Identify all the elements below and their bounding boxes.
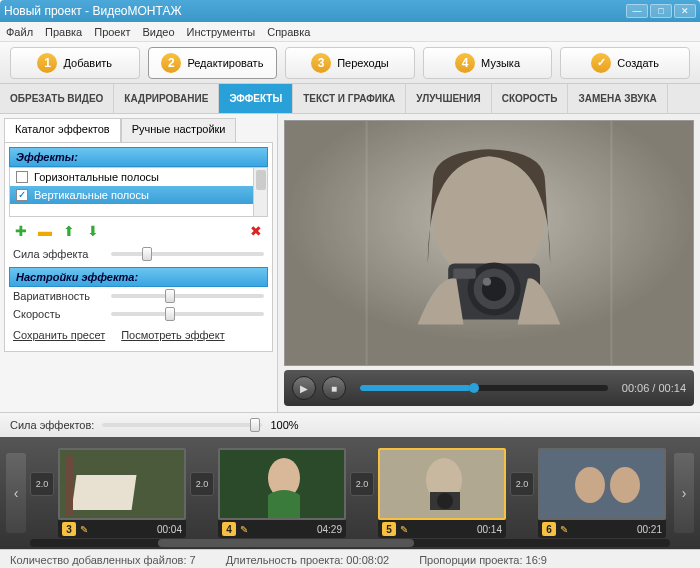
transition-badge[interactable]: 2.0	[510, 472, 534, 496]
tab-audio[interactable]: ЗАМЕНА ЗВУКА	[568, 84, 667, 113]
speed-label: Скорость	[13, 308, 103, 320]
window-title: Новый проект - ВидеоМОНТАЖ	[4, 4, 626, 18]
time-display: 00:06 / 00:14	[622, 382, 686, 394]
global-strength-slider[interactable]	[102, 423, 262, 427]
timeline: ‹ 2.0 3✎00:04 2.0 4✎04:29 2.0 ★ 5✎00:14 …	[0, 437, 700, 549]
scrollbar[interactable]	[253, 168, 267, 216]
menu-video[interactable]: Видео	[142, 26, 174, 38]
tab-speed[interactable]: СКОРОСТЬ	[492, 84, 569, 113]
pencil-icon[interactable]: ✎	[240, 524, 248, 535]
pencil-icon[interactable]: ✎	[560, 524, 568, 535]
effects-panel: Каталог эффектов Ручные настройки Эффект…	[0, 114, 278, 412]
svg-point-22	[610, 467, 640, 503]
clip-3[interactable]: 3✎00:04	[58, 448, 186, 538]
pencil-icon[interactable]: ✎	[80, 524, 88, 535]
save-preset-link[interactable]: Сохранить пресет	[13, 329, 105, 341]
checkbox-icon[interactable]	[16, 189, 28, 201]
clip-6[interactable]: 6✎00:21	[538, 448, 666, 538]
status-files: Количество добавленных файлов: 7	[10, 554, 196, 566]
clip-4[interactable]: 4✎04:29	[218, 448, 346, 538]
transition-badge[interactable]: 2.0	[30, 472, 54, 496]
remove-icon[interactable]: ▬	[37, 223, 53, 239]
step-add[interactable]: 1Добавить	[10, 47, 140, 79]
step-transitions[interactable]: 3Переходы	[285, 47, 415, 79]
minimize-button[interactable]: —	[626, 4, 648, 18]
status-duration: Длительность проекта: 00:08:02	[226, 554, 390, 566]
statusbar: Количество добавленных файлов: 7 Длитель…	[0, 549, 700, 568]
svg-rect-12	[72, 475, 137, 510]
progress-bar[interactable]	[360, 385, 608, 391]
status-aspect: Пропорции проекта: 16:9	[419, 554, 547, 566]
effects-list: Горизонтальные полосы Вертикальные полос…	[9, 167, 268, 217]
transition-badge[interactable]: 2.0	[350, 472, 374, 496]
move-down-icon[interactable]: ⬇	[85, 223, 101, 239]
step-create[interactable]: ✓Создать	[560, 47, 690, 79]
checkbox-icon[interactable]	[16, 171, 28, 183]
pencil-icon[interactable]: ✎	[400, 524, 408, 535]
variability-slider[interactable]	[111, 294, 264, 298]
steps-bar: 1Добавить 2Редактировать 3Переходы 4Музы…	[0, 42, 700, 84]
subtab-catalog[interactable]: Каталог эффектов	[4, 118, 121, 142]
step-edit[interactable]: 2Редактировать	[148, 47, 278, 79]
step-music[interactable]: 4Музыка	[423, 47, 553, 79]
svg-point-19	[437, 493, 453, 509]
delete-icon[interactable]: ✖	[248, 223, 264, 239]
effect-item-vertical[interactable]: Вертикальные полосы	[10, 186, 267, 204]
tab-trim[interactable]: ОБРЕЗАТЬ ВИДЕО	[0, 84, 114, 113]
global-strength-label: Сила эффектов:	[10, 419, 94, 431]
transition-badge[interactable]: 2.0	[190, 472, 214, 496]
global-strength-value: 100%	[270, 419, 298, 431]
settings-header: Настройки эффекта:	[9, 267, 268, 287]
clip-5[interactable]: ★ 5✎00:14	[378, 448, 506, 538]
menu-file[interactable]: Файл	[6, 26, 33, 38]
titlebar: Новый проект - ВидеоМОНТАЖ — □ ✕	[0, 0, 700, 22]
tab-text[interactable]: ТЕКСТ И ГРАФИКА	[293, 84, 406, 113]
video-preview	[284, 120, 694, 366]
tab-crop[interactable]: КАДРИРОВАНИЕ	[114, 84, 219, 113]
tab-enhance[interactable]: УЛУЧШЕНИЯ	[406, 84, 491, 113]
close-button[interactable]: ✕	[674, 4, 696, 18]
speed-slider[interactable]	[111, 312, 264, 316]
effects-strength-bar: Сила эффектов: 100%	[0, 412, 700, 437]
view-effect-link[interactable]: Посмотреть эффект	[121, 329, 225, 341]
effect-toolbar: ✚ ▬ ⬆ ⬇ ✖	[9, 217, 268, 245]
menu-tools[interactable]: Инструменты	[187, 26, 256, 38]
variability-label: Вариативность	[13, 290, 103, 302]
svg-rect-13	[65, 455, 73, 515]
timeline-next[interactable]: ›	[674, 453, 694, 533]
subtab-manual[interactable]: Ручные настройки	[121, 118, 237, 142]
svg-point-21	[575, 467, 605, 503]
edit-tabs: ОБРЕЗАТЬ ВИДЕО КАДРИРОВАНИЕ ЭФФЕКТЫ ТЕКС…	[0, 84, 700, 114]
move-up-icon[interactable]: ⬆	[61, 223, 77, 239]
maximize-button[interactable]: □	[650, 4, 672, 18]
menu-edit[interactable]: Правка	[45, 26, 82, 38]
add-icon[interactable]: ✚	[13, 223, 29, 239]
timeline-scrollbar[interactable]	[30, 539, 670, 547]
effects-header: Эффекты:	[9, 147, 268, 167]
menu-help[interactable]: Справка	[267, 26, 310, 38]
strength-label: Сила эффекта	[13, 248, 103, 260]
tab-effects[interactable]: ЭФФЕКТЫ	[219, 84, 293, 113]
svg-rect-10	[285, 121, 693, 365]
play-button[interactable]: ▶	[292, 376, 316, 400]
playback-controls: ▶ ■ 00:06 / 00:14	[284, 370, 694, 406]
effect-item-horizontal[interactable]: Горизонтальные полосы	[10, 168, 267, 186]
menu-project[interactable]: Проект	[94, 26, 130, 38]
timeline-prev[interactable]: ‹	[6, 453, 26, 533]
menubar: Файл Правка Проект Видео Инструменты Спр…	[0, 22, 700, 42]
strength-slider[interactable]	[111, 252, 264, 256]
stop-button[interactable]: ■	[322, 376, 346, 400]
